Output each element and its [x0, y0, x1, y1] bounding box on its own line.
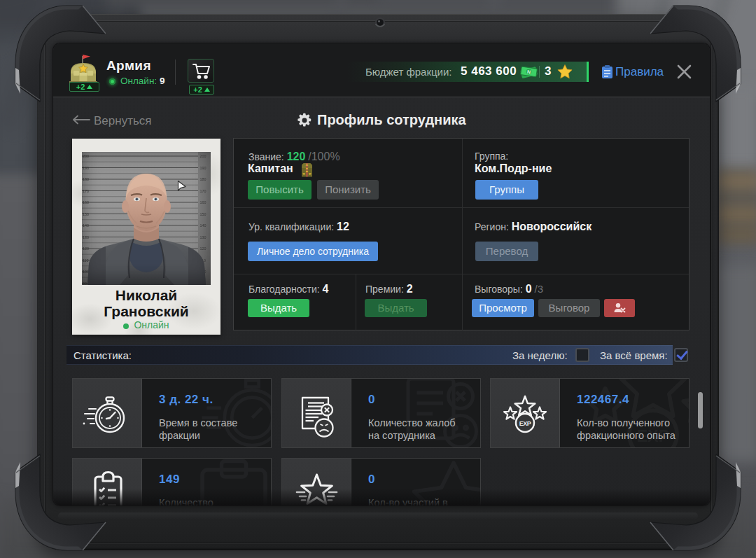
- svg-text:EXP: EXP: [519, 420, 531, 427]
- svg-text:N: N: [527, 69, 531, 75]
